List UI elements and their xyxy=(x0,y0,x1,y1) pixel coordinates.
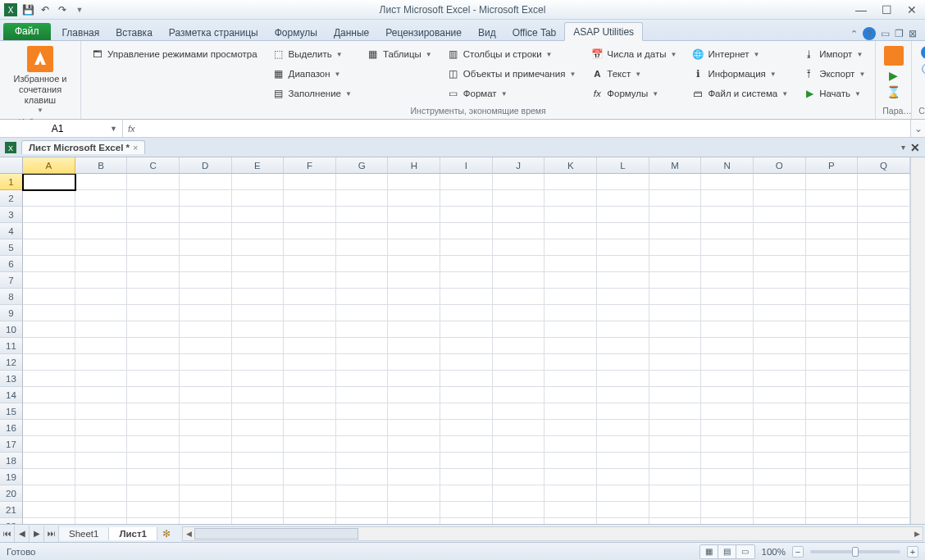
sheet-nav-prev[interactable]: ◀ xyxy=(15,526,30,542)
cell[interactable] xyxy=(806,453,859,469)
cell[interactable] xyxy=(284,256,336,272)
cell[interactable] xyxy=(701,256,754,272)
cell[interactable] xyxy=(284,207,336,223)
cell[interactable] xyxy=(597,256,649,272)
cell[interactable] xyxy=(336,403,389,420)
cell[interactable] xyxy=(388,469,440,485)
cell[interactable] xyxy=(806,305,859,321)
cell[interactable] xyxy=(649,436,702,453)
cell[interactable] xyxy=(701,502,754,518)
cell[interactable] xyxy=(23,207,75,223)
cell[interactable] xyxy=(180,354,232,371)
row-header[interactable]: 13 xyxy=(0,371,23,387)
cell[interactable] xyxy=(284,502,336,518)
cell[interactable] xyxy=(180,338,232,354)
cell[interactable] xyxy=(545,174,597,190)
cell[interactable] xyxy=(127,403,180,420)
cell[interactable] xyxy=(649,305,702,321)
cell[interactable] xyxy=(858,420,910,436)
cell[interactable] xyxy=(336,354,389,371)
cell[interactable] xyxy=(754,272,806,289)
column-header[interactable]: A xyxy=(23,157,75,173)
cell[interactable] xyxy=(701,289,754,305)
cell[interactable] xyxy=(75,453,128,469)
cell[interactable] xyxy=(232,256,285,272)
cell[interactable] xyxy=(649,502,702,518)
cell[interactable] xyxy=(649,485,702,502)
cell[interactable] xyxy=(649,518,702,524)
cell[interactable] xyxy=(597,403,649,420)
cell[interactable] xyxy=(806,420,859,436)
cell[interactable] xyxy=(754,469,806,485)
cell[interactable] xyxy=(440,453,493,469)
cell[interactable] xyxy=(127,174,180,190)
column-header[interactable]: E xyxy=(232,157,285,173)
cell[interactable] xyxy=(440,469,493,485)
tab-data[interactable]: Данные xyxy=(326,24,377,41)
cell[interactable] xyxy=(388,174,440,190)
cell[interactable] xyxy=(701,174,754,190)
cell[interactable] xyxy=(336,289,389,305)
cell[interactable] xyxy=(440,338,493,354)
cell[interactable] xyxy=(701,485,754,502)
cell[interactable] xyxy=(388,502,440,518)
column-header[interactable]: K xyxy=(545,157,597,173)
cell[interactable] xyxy=(180,420,232,436)
cell[interactable] xyxy=(23,354,75,371)
cell[interactable] xyxy=(858,387,910,403)
cell[interactable] xyxy=(493,272,545,289)
cell[interactable] xyxy=(493,321,545,338)
internet-button[interactable]: 🌐Интернет▼ xyxy=(688,44,791,64)
undo-icon[interactable]: ↶ xyxy=(38,2,52,17)
cell[interactable] xyxy=(545,272,597,289)
cell[interactable] xyxy=(232,436,285,453)
cell[interactable] xyxy=(232,403,285,420)
cell[interactable] xyxy=(284,305,336,321)
row-header[interactable]: 5 xyxy=(0,239,23,256)
cell[interactable] xyxy=(284,223,336,239)
cell[interactable] xyxy=(806,436,859,453)
cell[interactable] xyxy=(806,403,859,420)
cell[interactable] xyxy=(806,174,859,190)
cell[interactable] xyxy=(597,305,649,321)
cell[interactable] xyxy=(493,174,545,190)
cell[interactable] xyxy=(858,207,910,223)
cell[interactable] xyxy=(284,403,336,420)
column-header[interactable]: J xyxy=(493,157,545,173)
redo-icon[interactable]: ↷ xyxy=(55,2,70,17)
cell[interactable] xyxy=(75,272,128,289)
cell[interactable] xyxy=(597,502,649,518)
cell[interactable] xyxy=(858,256,910,272)
cell[interactable] xyxy=(701,338,754,354)
qat-dropdown-icon[interactable]: ▼ xyxy=(72,2,87,17)
cell[interactable] xyxy=(23,338,75,354)
row-header[interactable]: 1 xyxy=(0,174,23,190)
cell[interactable] xyxy=(388,420,440,436)
cell[interactable] xyxy=(127,305,180,321)
cell[interactable] xyxy=(127,239,180,256)
cell[interactable] xyxy=(754,174,806,190)
row-header[interactable]: 12 xyxy=(0,354,23,371)
asap-small-icon[interactable] xyxy=(884,46,904,66)
cols-rows-button[interactable]: ▥Столбцы и строки▼ xyxy=(444,44,580,64)
cell[interactable] xyxy=(493,289,545,305)
cell[interactable] xyxy=(180,371,232,387)
cell[interactable] xyxy=(232,502,285,518)
cell[interactable] xyxy=(23,469,75,485)
cell[interactable] xyxy=(388,485,440,502)
cell[interactable] xyxy=(440,518,493,524)
cell[interactable] xyxy=(649,272,702,289)
cell[interactable] xyxy=(232,469,285,485)
view-page-break-icon[interactable]: ▭ xyxy=(736,545,754,558)
cell[interactable] xyxy=(649,256,702,272)
row-header[interactable]: 3 xyxy=(0,207,23,223)
info-small-icon[interactable]: ⓘ xyxy=(922,62,925,77)
cell[interactable] xyxy=(493,420,545,436)
cell[interactable] xyxy=(701,239,754,256)
cell[interactable] xyxy=(440,239,493,256)
cell[interactable] xyxy=(232,485,285,502)
cell[interactable] xyxy=(545,518,597,524)
cell[interactable] xyxy=(649,403,702,420)
cell[interactable] xyxy=(597,354,649,371)
cell[interactable] xyxy=(754,207,806,223)
